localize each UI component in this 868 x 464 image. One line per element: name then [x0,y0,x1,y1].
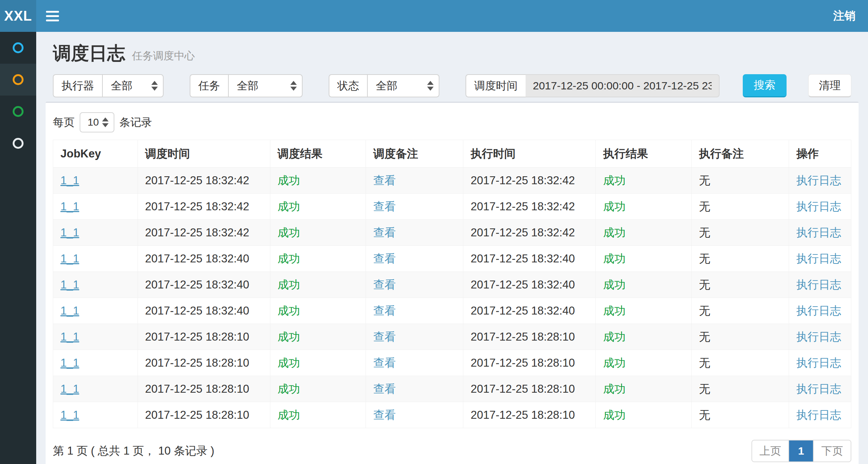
pagination-info: 第 1 页 ( 总共 1 页， 10 条记录 ) [53,443,214,459]
execute-log-link[interactable]: 执行日志 [796,357,841,369]
trigger-time-cell: 2017-12-25 18:28:10 [138,350,270,376]
handle-result-cell: 成功 [596,324,692,350]
trigger-remark-link[interactable]: 查看 [373,409,396,421]
execute-log-link[interactable]: 执行日志 [796,330,841,343]
table-row: 1_12017-12-25 18:32:42成功查看2017-12-25 18:… [53,220,851,246]
circle-icon [13,74,24,85]
trigger-result-cell: 成功 [270,168,366,194]
handle-result-cell: 成功 [596,298,692,324]
clear-button[interactable]: 清理 [808,74,851,97]
jobkey-link[interactable]: 1_1 [60,252,79,265]
table-row: 1_12017-12-25 18:28:10成功查看2017-12-25 18:… [53,324,851,350]
trigger-remark-link[interactable]: 查看 [373,226,396,239]
status-select[interactable]: 全部 [367,74,439,97]
handle-time-cell: 2017-12-25 18:28:10 [463,376,596,402]
handle-remark-cell: 无 [691,298,789,324]
trigger-remark-link[interactable]: 查看 [373,357,396,369]
trigger-remark-link[interactable]: 查看 [373,174,396,187]
handle-remark-cell: 无 [691,272,789,298]
handle-remark-cell: 无 [691,402,789,428]
current-page-button[interactable]: 1 [789,440,813,461]
sidebar-item-3[interactable] [0,96,36,127]
table-row: 1_12017-12-25 18:32:42成功查看2017-12-25 18:… [53,168,851,194]
trigger-result-cell: 成功 [270,350,366,376]
trigger-remark-link[interactable]: 查看 [373,278,396,291]
execute-log-link[interactable]: 执行日志 [796,278,841,291]
jobkey-link[interactable]: 1_1 [60,278,79,291]
circle-icon [13,42,24,53]
execute-log-link[interactable]: 执行日志 [796,304,841,317]
jobkey-link[interactable]: 1_1 [60,357,79,369]
handle-time-cell: 2017-12-25 18:28:10 [463,402,596,428]
trigger-remark-link[interactable]: 查看 [373,304,396,317]
next-page-button[interactable]: 下页 [813,440,851,461]
table-row: 1_12017-12-25 18:32:40成功查看2017-12-25 18:… [53,272,851,298]
trigger-time-cell: 2017-12-25 18:32:42 [138,168,270,194]
trigger-time-cell: 2017-12-25 18:32:42 [138,194,270,220]
handle-result-cell: 成功 [596,376,692,402]
sidebar-item-4[interactable] [0,127,36,159]
time-range-input[interactable] [526,74,720,97]
trigger-time-cell: 2017-12-25 18:28:10 [138,376,270,402]
column-header-4: 调度备注 [366,140,463,168]
jobkey-link[interactable]: 1_1 [60,174,79,187]
status-filter-label: 状态 [329,74,367,97]
trigger-time-cell: 2017-12-25 18:32:42 [138,220,270,246]
trigger-time-cell: 2017-12-25 18:32:40 [138,246,270,272]
log-table-body: 1_12017-12-25 18:32:42成功查看2017-12-25 18:… [53,168,851,428]
executor-select[interactable]: 全部 [102,74,164,97]
jobkey-link[interactable]: 1_1 [60,383,79,395]
execute-log-link[interactable]: 执行日志 [796,200,841,213]
pagination: 上页 1 下页 [751,440,851,462]
trigger-result-cell: 成功 [270,376,366,402]
execute-log-link[interactable]: 执行日志 [796,174,841,187]
trigger-remark-link[interactable]: 查看 [373,200,396,213]
sidebar-item-1[interactable] [0,32,36,64]
trigger-remark-link[interactable]: 查看 [373,330,396,343]
jobkey-link[interactable]: 1_1 [60,409,79,421]
trigger-remark-link[interactable]: 查看 [373,383,396,395]
jobkey-link[interactable]: 1_1 [60,330,79,343]
table-row: 1_12017-12-25 18:32:42成功查看2017-12-25 18:… [53,194,851,220]
execute-log-link[interactable]: 执行日志 [796,252,841,265]
execute-log-link[interactable]: 执行日志 [796,226,841,239]
column-header-6: 执行结果 [596,140,692,168]
trigger-result-cell: 成功 [270,246,366,272]
page-length-control: 每页 10 条记录 [53,112,851,132]
trigger-time-cell: 2017-12-25 18:32:40 [138,272,270,298]
jobkey-link[interactable]: 1_1 [60,304,79,317]
sidebar-toggle-icon[interactable] [36,0,69,32]
handle-remark-cell: 无 [691,220,789,246]
table-row: 1_12017-12-25 18:32:40成功查看2017-12-25 18:… [53,246,851,272]
column-header-8: 操作 [789,140,851,168]
job-select[interactable]: 全部 [228,74,303,97]
trigger-result-cell: 成功 [270,194,366,220]
table-row: 1_12017-12-25 18:28:10成功查看2017-12-25 18:… [53,402,851,428]
handle-remark-cell: 无 [691,376,789,402]
trigger-result-cell: 成功 [270,272,366,298]
handle-time-cell: 2017-12-25 18:28:10 [463,350,596,376]
trigger-remark-link[interactable]: 查看 [373,252,396,265]
execute-log-link[interactable]: 执行日志 [796,383,841,395]
search-button[interactable]: 搜索 [743,74,787,97]
logout-button[interactable]: 注销 [833,8,856,24]
handle-time-cell: 2017-12-25 18:32:42 [463,168,596,194]
prev-page-button[interactable]: 上页 [752,440,789,461]
sidebar-item-2[interactable] [0,64,36,96]
handle-result-cell: 成功 [596,220,692,246]
time-filter-label: 调度时间 [465,74,526,97]
main-content: 调度日志 任务调度中心 执行器 全部 任务 全部 状态 全部 调度时间 [36,32,868,464]
handle-time-cell: 2017-12-25 18:32:42 [463,194,596,220]
length-label-before: 每页 [53,115,75,130]
jobkey-link[interactable]: 1_1 [60,226,79,239]
column-header-2: 调度时间 [138,140,270,168]
handle-time-cell: 2017-12-25 18:32:40 [463,298,596,324]
jobkey-link[interactable]: 1_1 [60,200,79,213]
handle-remark-cell: 无 [691,350,789,376]
page-size-select[interactable]: 10 [80,112,114,132]
page-subtitle: 任务调度中心 [132,50,195,62]
execute-log-link[interactable]: 执行日志 [796,409,841,421]
circle-icon [13,138,24,149]
handle-time-cell: 2017-12-25 18:32:40 [463,272,596,298]
length-label-after: 条记录 [119,115,152,130]
